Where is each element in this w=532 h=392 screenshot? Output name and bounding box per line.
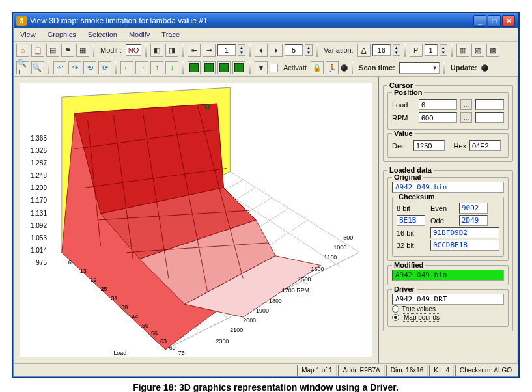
tool-c-icon[interactable]: ▩ [486, 44, 499, 57]
load-extra-field[interactable] [475, 99, 504, 110]
svg-text:1100: 1100 [324, 254, 337, 260]
svg-text:56: 56 [151, 330, 158, 337]
load-field[interactable]: 6 [419, 99, 457, 110]
chart-icon[interactable]: ▦ [76, 44, 89, 57]
dec-field[interactable]: 1250 [413, 140, 445, 151]
variation2-spinner[interactable]: ▲▼ [440, 44, 447, 56]
step2-spinner[interactable]: ▲▼ [305, 44, 313, 56]
tool-b-icon[interactable]: ▨ [471, 44, 484, 57]
variation-mode-icon[interactable]: A [357, 44, 371, 57]
rpm-extra-field[interactable] [475, 112, 504, 123]
arrow-down-icon[interactable]: ↓ [165, 61, 178, 74]
load-more-button[interactable]: … [460, 99, 472, 110]
green-action3-icon[interactable] [217, 61, 231, 74]
menu-modify[interactable]: Modify [126, 30, 152, 39]
mode-p-icon[interactable]: P [410, 44, 423, 57]
menu-selection[interactable]: Selection [85, 30, 120, 39]
svg-text:800: 800 [343, 234, 353, 241]
shift-left-icon[interactable]: ⇤ [188, 44, 201, 57]
original-file-field[interactable]: A942_049.bin [392, 182, 504, 193]
tool-a-icon[interactable]: ▥ [456, 44, 469, 57]
sep [316, 44, 318, 57]
arrow-left-icon[interactable]: ← [120, 61, 133, 74]
status-dim: Dim. 16x16 [386, 365, 428, 376]
shift-left2-icon[interactable]: ⏴ [255, 44, 268, 57]
svg-text:44: 44 [132, 313, 138, 320]
lock-icon[interactable]: 🔒 [311, 61, 324, 74]
menu-view[interactable]: View [18, 30, 38, 39]
variation-field[interactable]: 16 [372, 44, 391, 56]
rpm-field[interactable]: 600 [419, 112, 457, 123]
menu-graphics[interactable]: Graphics [45, 30, 79, 39]
sep [352, 61, 353, 74]
svg-text:31: 31 [111, 295, 117, 301]
scantime-label: Scan time: [357, 64, 397, 72]
arrow-right-icon[interactable]: → [135, 61, 148, 74]
rpm-more-button[interactable]: … [460, 112, 472, 123]
thirtytwo-label: 32 bit [397, 242, 428, 249]
person-icon[interactable]: 🏃 [326, 61, 339, 74]
update-label: Update: [449, 64, 479, 72]
menu-trace[interactable]: Trace [159, 30, 182, 39]
svg-text:Load: Load [113, 350, 126, 356]
driver-file-field[interactable]: A942 049.DRT [392, 294, 504, 305]
minimize-button[interactable]: _ [473, 15, 486, 27]
plot3d-canvas[interactable]: 1.365 1.326 1.287 1.248 1.209 1.170 1.13… [14, 77, 378, 363]
step1-spinner[interactable]: ▲▼ [238, 44, 245, 56]
shift-right-icon[interactable]: ⇥ [203, 44, 216, 57]
checksum-group: Checksum 8 bit Even 90D2 BE1B Odd 2D49 [392, 197, 504, 257]
svg-text:1000: 1000 [333, 244, 346, 251]
mapbounds-radio[interactable] [392, 314, 399, 321]
figure-caption: Figure 18: 3D graphics representation wi… [12, 378, 520, 392]
shift-right2-icon[interactable]: ⏵ [270, 44, 283, 57]
value-group: Value Dec 1250 Hex 04E2 [387, 133, 509, 158]
svg-text:63: 63 [160, 338, 167, 344]
step2-field[interactable]: 5 [285, 44, 303, 56]
activate-checkbox[interactable] [270, 64, 278, 72]
svg-text:19: 19 [91, 277, 97, 283]
svg-text:1700 RPM: 1700 RPM [282, 287, 309, 294]
scantime-select[interactable] [399, 62, 440, 74]
arrow-up-icon[interactable]: ↑ [150, 61, 163, 74]
hex-field[interactable]: 04E2 [469, 140, 501, 151]
green-action1-icon[interactable] [188, 61, 201, 74]
sep [115, 61, 117, 74]
flag-icon[interactable]: ⚑ [61, 44, 74, 57]
col-left-icon[interactable]: ◧ [150, 44, 163, 57]
sep [249, 61, 251, 74]
original-group: Original A942_049.bin Checksum 8 bit Eve… [387, 177, 509, 261]
step1-field[interactable]: 1 [217, 44, 236, 56]
variation2-field[interactable]: 1 [425, 44, 438, 56]
modif-field[interactable]: NO [126, 44, 141, 56]
variation-spinner[interactable]: ▲▼ [393, 44, 400, 56]
eightbit-field: BE1B [397, 215, 425, 226]
copy-icon[interactable]: 📋 [31, 44, 44, 57]
rotate-right-icon[interactable]: ↷ [68, 61, 81, 74]
thirtytwo-field: 0CCDBE1B [430, 240, 499, 251]
svg-text:2300: 2300 [216, 338, 229, 344]
col-right-icon[interactable]: ◨ [165, 44, 178, 57]
zoom-in-icon[interactable]: 🔍+ [16, 61, 29, 74]
truevalues-radio[interactable] [392, 305, 399, 313]
rotate-down-icon[interactable]: ⟳ [98, 61, 111, 74]
maximize-button[interactable]: □ [488, 15, 501, 27]
filter-icon[interactable]: ▼ [255, 61, 268, 74]
green-action2-icon[interactable] [203, 61, 216, 74]
statusbar: Map 1 of 1 Addr. E9B7A Dim. 16x16 K = 4 … [14, 363, 518, 376]
sixteen-field: 91BFD9D2 [430, 227, 499, 238]
mapbounds-label: Map bounds [402, 313, 441, 322]
green-action4-icon[interactable] [232, 61, 245, 74]
status-map: Map 1 of 1 [297, 365, 337, 376]
modified-file-field[interactable]: A942_049.bin [392, 270, 504, 281]
status-k: K = 4 [429, 365, 454, 376]
rotate-left-icon[interactable]: ↶ [53, 61, 66, 74]
z-axis-ticks: 1.365 1.326 1.287 1.248 1.209 1.170 1.13… [20, 83, 49, 357]
home-icon[interactable]: ⌂ [16, 44, 29, 57]
table-icon[interactable]: ▤ [46, 44, 59, 57]
menubar: View Graphics Selection Modify Trace [14, 28, 518, 42]
close-button[interactable]: ✕ [502, 15, 515, 27]
app-icon: 3 [16, 16, 27, 26]
rotate-up-icon[interactable]: ⟲ [83, 61, 96, 74]
rpm-label: RPM [392, 114, 415, 122]
zoom-out-icon[interactable]: 🔍- [31, 61, 44, 74]
